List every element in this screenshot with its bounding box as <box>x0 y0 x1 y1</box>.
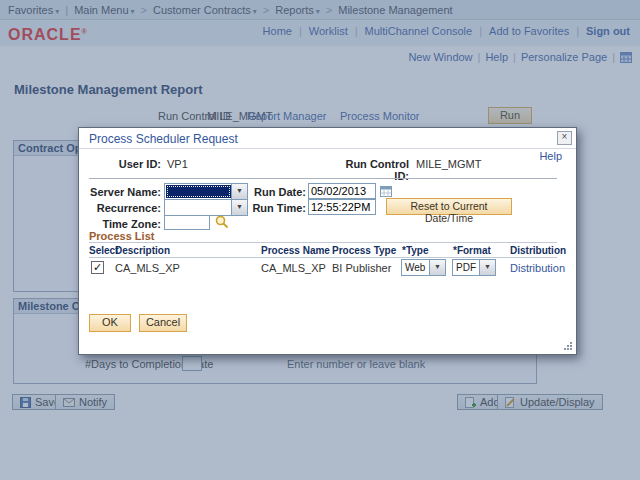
time-zone-input[interactable] <box>164 215 210 230</box>
server-name-selected-fill <box>166 185 231 198</box>
server-name-label: Server Name: <box>79 186 161 198</box>
calendar-icon[interactable] <box>380 185 393 198</box>
type-select[interactable]: Web ▼ <box>401 259 446 276</box>
cancel-button[interactable]: Cancel <box>139 314 187 332</box>
close-icon[interactable]: × <box>557 131 572 145</box>
recurrence-label: Recurrence: <box>79 202 161 214</box>
user-id-value: VP1 <box>167 158 188 170</box>
time-zone-label: Time Zone: <box>79 218 161 230</box>
dialog-help-link[interactable]: Help <box>539 150 562 162</box>
run-date-label: Run Date: <box>229 186 306 198</box>
cell-process-type: BI Publisher <box>332 262 391 274</box>
run-time-input[interactable] <box>308 199 376 215</box>
column-header-format: *Format <box>453 245 491 256</box>
dialog-title: Process Scheduler Request <box>89 132 238 146</box>
dialog-run-control-id-value: MILE_MGMT <box>416 158 481 170</box>
format-select[interactable]: PDF ▼ <box>452 259 496 276</box>
column-header-description: Description <box>115 245 170 256</box>
table-top-border <box>89 242 557 243</box>
column-header-distribution: Distribution <box>510 245 566 256</box>
column-header-process-name: Process Name <box>261 245 330 256</box>
process-scheduler-request-dialog: Process Scheduler Request × Help User ID… <box>78 127 577 355</box>
column-header-type: *Type <box>402 245 429 256</box>
application-window: Favorites▾ | Main Menu▾ > Customer Contr… <box>0 0 640 480</box>
cell-description: CA_MLS_XP <box>115 262 180 274</box>
user-id-label: User ID: <box>89 158 161 170</box>
run-date-input[interactable] <box>308 183 376 199</box>
lookup-magnifier-icon[interactable] <box>215 215 229 229</box>
select-checkbox[interactable]: ✓ <box>91 261 104 274</box>
distribution-link[interactable]: Distribution <box>510 262 565 274</box>
resize-grip[interactable] <box>564 342 573 351</box>
ok-button[interactable]: OK <box>89 314 131 332</box>
process-list-title: Process List <box>89 230 154 242</box>
dropdown-arrow-icon: ▼ <box>479 260 495 275</box>
reset-date-time-button[interactable]: Reset to Current Date/Time <box>386 198 512 215</box>
dropdown-arrow-icon: ▼ <box>429 260 445 275</box>
run-time-label: Run Time: <box>229 202 306 214</box>
cell-process-name: CA_MLS_XP <box>261 262 326 274</box>
dialog-titlebar: Process Scheduler Request <box>79 128 576 149</box>
divider <box>89 178 557 179</box>
column-header-process-type: Process Type <box>332 245 396 256</box>
table-header-border <box>89 257 557 258</box>
